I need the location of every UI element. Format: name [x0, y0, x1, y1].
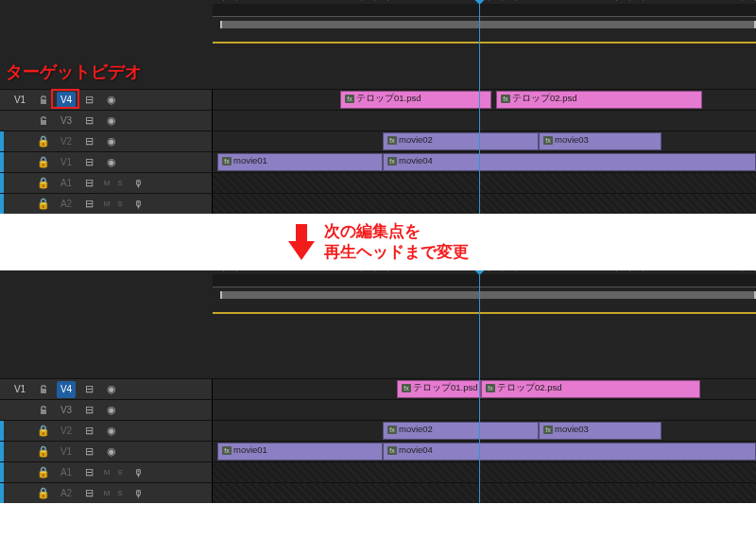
work-area-bar[interactable]: [220, 21, 756, 28]
work-area-bar[interactable]: [220, 291, 756, 299]
annotation-separator: 次の編集点を 再生ヘッドまで変更: [0, 214, 756, 270]
track-name[interactable]: A1: [57, 464, 76, 481]
track-name[interactable]: V3: [57, 402, 76, 419]
sync-lock-icon[interactable]: ⊟: [79, 92, 98, 109]
track-v4[interactable]: V1 V4 ⊟ ◉ fxテロップ01.psd fxテロップ02.psd: [0, 89, 756, 110]
ruler-tick-label: ;00;00: [222, 270, 249, 271]
track-v2[interactable]: V1 🔒 V2 ⊟ ◉ fxmovie02 fxmovie03: [0, 130, 756, 151]
lock-icon[interactable]: [34, 92, 53, 109]
track-v1[interactable]: V1 🔒 V1 ⊟ ◉ fxmovie01 fxmovie04: [0, 151, 756, 172]
clip[interactable]: fxmovie03: [539, 132, 662, 150]
track-v1[interactable]: V1 🔒 V1 ⊟ ◉ fxmovie01 fxmovie04: [0, 441, 756, 461]
track-v4[interactable]: V1 V4 ⊟ ◉ fxテロップ01.psd fxテロップ02.psd: [0, 378, 756, 399]
eye-icon[interactable]: ◉: [102, 133, 121, 150]
clip[interactable]: fxmovie03: [539, 422, 662, 440]
lock-icon[interactable]: 🔒: [34, 443, 53, 461]
track-a1[interactable]: V1 🔒 A1 ⊟ M S 🎙: [0, 461, 756, 482]
lock-icon[interactable]: 🔒: [34, 154, 53, 171]
track-a1[interactable]: V1 🔒 A1 ⊟ M S 🎙: [0, 172, 756, 193]
lock-icon[interactable]: [34, 113, 53, 130]
clip[interactable]: fxmovie01: [217, 443, 383, 461]
ruler-tick-label: 00;00;04;00: [350, 270, 400, 271]
mute-button[interactable]: M: [102, 489, 112, 497]
clip[interactable]: fxテロップ01.psd: [340, 91, 491, 109]
track-name[interactable]: A2: [57, 485, 76, 502]
solo-button[interactable]: S: [115, 489, 125, 497]
sync-lock-icon[interactable]: ⊟: [79, 443, 98, 461]
clip-label: movie02: [399, 134, 433, 145]
clip[interactable]: fxmovie02: [383, 132, 539, 150]
ruler-tick-label: 00;00;16;00: [730, 270, 756, 271]
track-name[interactable]: A1: [57, 175, 76, 192]
clip[interactable]: fxmovie04: [383, 153, 756, 171]
sync-lock-icon[interactable]: ⊟: [79, 423, 98, 440]
solo-button[interactable]: S: [115, 200, 125, 208]
eye-icon[interactable]: ◉: [102, 154, 121, 171]
sync-lock-icon[interactable]: ⊟: [79, 381, 98, 398]
source-patch-v4[interactable]: V4: [57, 92, 76, 109]
sync-lock-icon[interactable]: ⊟: [79, 113, 98, 130]
eye-icon[interactable]: ◉: [102, 381, 121, 398]
clip[interactable]: fxmovie02: [383, 422, 539, 440]
voiceover-icon[interactable]: 🎙: [129, 464, 147, 481]
timeline-panel-after: 00;00;07;20 cc ;00;00 00;00;04;00 00;00;…: [0, 270, 756, 503]
sync-lock-icon[interactable]: ⊟: [79, 464, 98, 481]
clip-label: movie01: [233, 155, 267, 165]
clip[interactable]: fxテロップ02.psd: [496, 91, 702, 109]
lock-icon[interactable]: 🔒: [34, 133, 53, 150]
track-v3[interactable]: V1 V3 ⊟ ◉: [0, 110, 756, 130]
lock-icon[interactable]: 🔒: [34, 175, 53, 192]
track-name[interactable]: V1: [57, 154, 76, 171]
track-target-label: V1: [9, 384, 30, 394]
voiceover-icon[interactable]: 🎙: [129, 485, 147, 502]
clip[interactable]: fxmovie01: [217, 153, 383, 171]
mute-button[interactable]: M: [102, 468, 112, 477]
clip-label: movie03: [555, 424, 589, 434]
eye-icon[interactable]: ◉: [102, 443, 121, 461]
clip[interactable]: fxmovie04: [383, 443, 756, 461]
time-ruler[interactable]: ;00;00 00;00;04;00 00;00;08;00 00;00;12;…: [0, 0, 756, 47]
solo-button[interactable]: S: [115, 179, 125, 187]
track-a2[interactable]: V1 🔒 A2 ⊟ M S 🎙: [0, 193, 756, 214]
source-patch-v4[interactable]: V4: [57, 381, 76, 398]
eye-icon[interactable]: ◉: [102, 402, 121, 419]
voiceover-icon[interactable]: 🎙: [129, 175, 147, 192]
sync-lock-icon[interactable]: ⊟: [79, 133, 98, 150]
voiceover-icon[interactable]: 🎙: [129, 196, 147, 213]
track-name[interactable]: V1: [57, 443, 76, 461]
lock-icon[interactable]: 🔒: [34, 464, 53, 481]
track-v2[interactable]: V1 🔒 V2 ⊟ ◉ fxmovie02 fxmovie03: [0, 420, 756, 441]
sync-lock-icon[interactable]: ⊟: [79, 402, 98, 419]
lock-icon[interactable]: 🔒: [34, 196, 53, 213]
eye-icon[interactable]: ◉: [102, 113, 121, 130]
clip[interactable]: fxテロップ02.psd: [481, 380, 700, 398]
lock-icon[interactable]: [34, 402, 53, 419]
timeline-zoom-bar[interactable]: [213, 312, 756, 314]
sync-lock-icon[interactable]: ⊟: [79, 196, 98, 213]
track-name[interactable]: V2: [57, 423, 76, 440]
clip-label: movie04: [399, 444, 433, 455]
solo-button[interactable]: S: [115, 468, 125, 477]
ruler-tick-label: 00;00;16;00: [730, 0, 756, 1]
lock-icon[interactable]: 🔒: [34, 423, 53, 440]
track-name[interactable]: A2: [57, 196, 76, 213]
track-name[interactable]: V2: [57, 133, 76, 150]
eye-icon[interactable]: ◉: [102, 423, 121, 440]
track-name[interactable]: V3: [57, 113, 76, 130]
sync-lock-icon[interactable]: ⊟: [79, 154, 98, 171]
time-ruler[interactable]: ;00;00 00;00;04;00 00;00;08;00 00;00;12;…: [0, 270, 756, 318]
lock-icon[interactable]: 🔒: [34, 485, 53, 502]
lock-icon[interactable]: [34, 381, 53, 398]
mute-button[interactable]: M: [102, 200, 112, 208]
mute-button[interactable]: M: [102, 179, 112, 187]
eye-icon[interactable]: ◉: [102, 92, 121, 109]
timeline-zoom-bar[interactable]: [213, 42, 756, 43]
track-a2[interactable]: V1 🔒 A2 ⊟ M S 🎙: [0, 482, 756, 503]
playhead[interactable]: [479, 312, 480, 503]
playhead[interactable]: [479, 42, 480, 214]
sync-lock-icon[interactable]: ⊟: [79, 175, 98, 192]
sync-lock-icon[interactable]: ⊟: [79, 485, 98, 502]
clip-label: movie01: [233, 444, 267, 455]
track-v3[interactable]: V1 V3 ⊟ ◉: [0, 399, 756, 420]
clip[interactable]: fxテロップ01.psd: [397, 380, 481, 398]
